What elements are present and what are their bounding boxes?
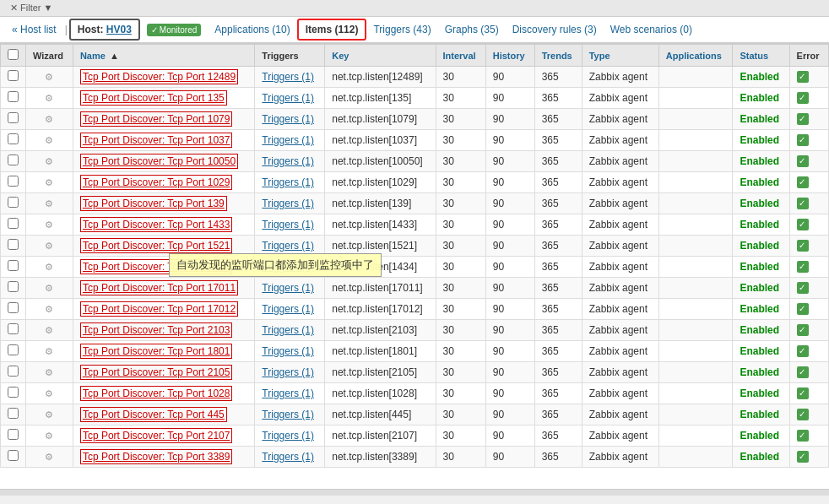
trigger-link[interactable]: Triggers (1) — [262, 366, 314, 378]
row-checkbox-cell[interactable] — [1, 299, 26, 320]
row-checkbox[interactable] — [8, 239, 19, 250]
select-all-checkbox[interactable] — [8, 49, 19, 60]
header-name-link[interactable]: Name ▲ — [80, 51, 119, 61]
row-checkbox[interactable] — [8, 281, 19, 292]
host-list-link[interactable]: « Host list — [5, 19, 63, 41]
row-checkbox-cell[interactable] — [1, 447, 26, 468]
trigger-link[interactable]: Triggers (1) — [262, 430, 314, 442]
trigger-link[interactable]: Triggers (1) — [262, 345, 314, 357]
trigger-link[interactable]: Triggers (1) — [262, 282, 314, 294]
item-name-link[interactable]: Tcp Port Discover: Tcp Port 1028 — [83, 387, 230, 399]
row-checkbox[interactable] — [8, 429, 19, 440]
item-name-link[interactable]: Tcp Port Discover: Tcp Port 3389 — [83, 451, 230, 463]
host-name-link[interactable]: HV03 — [106, 24, 132, 35]
item-name-link[interactable]: Tcp Port Discover: Tcp Port 445 — [83, 409, 225, 420]
row-checkbox-cell[interactable] — [1, 109, 26, 130]
trigger-link[interactable]: Triggers (1) — [262, 71, 314, 83]
trigger-link[interactable]: Triggers (1) — [262, 176, 314, 188]
row-checkbox-cell[interactable] — [1, 88, 26, 109]
trigger-link[interactable]: Triggers (1) — [262, 409, 314, 420]
row-checkbox[interactable] — [8, 197, 19, 208]
item-name-link[interactable]: Tcp Port Discover: Tcp Port 1521 — [83, 240, 230, 252]
triggers-link[interactable]: Triggers (43) — [366, 19, 437, 41]
row-checkbox[interactable] — [8, 408, 19, 419]
header-interval-link[interactable]: Interval — [443, 51, 476, 61]
row-checkbox[interactable] — [8, 366, 19, 377]
header-history-link[interactable]: History — [493, 51, 525, 61]
trigger-link[interactable]: Triggers (1) — [262, 240, 314, 252]
row-checkbox[interactable] — [8, 176, 19, 187]
trigger-link[interactable]: Triggers (1) — [262, 155, 314, 167]
item-name-link[interactable]: Tcp Port Discover: Tcp Port 2107 — [83, 430, 230, 442]
header-interval[interactable]: Interval — [436, 45, 485, 67]
row-checkbox-cell[interactable] — [1, 236, 26, 257]
row-checkbox-cell[interactable] — [1, 383, 26, 404]
header-trends[interactable]: Trends — [534, 45, 582, 67]
row-checkbox-cell[interactable] — [1, 320, 26, 341]
row-checkbox-cell[interactable] — [1, 341, 26, 362]
trigger-link[interactable]: Triggers (1) — [262, 451, 314, 463]
trigger-link[interactable]: Triggers (1) — [262, 303, 314, 315]
row-checkbox-cell[interactable] — [1, 67, 26, 88]
header-name[interactable]: Name ▲ — [73, 45, 254, 67]
row-checkbox[interactable] — [8, 154, 19, 165]
web-scenarios-link[interactable]: Web scenarios (0) — [604, 19, 699, 41]
row-checkbox-cell[interactable] — [1, 193, 26, 214]
item-name-link[interactable]: Tcp Port Discover: Tcp Port 17011 — [83, 282, 236, 294]
row-checkbox[interactable] — [8, 450, 19, 461]
trigger-link[interactable]: Triggers (1) — [262, 387, 314, 399]
row-checkbox-cell[interactable] — [1, 172, 26, 193]
row-checkbox[interactable] — [8, 387, 19, 398]
row-checkbox-cell[interactable] — [1, 362, 26, 383]
trigger-link[interactable]: Triggers (1) — [262, 324, 314, 336]
row-checkbox-cell[interactable] — [1, 130, 26, 151]
header-type-link[interactable]: Type — [589, 51, 610, 61]
item-name-link[interactable]: Tcp Port Discover: Tcp Port 2105 — [83, 366, 230, 378]
item-name-link[interactable]: Tcp Port Discover: Tcp Port 1801 — [83, 345, 230, 357]
graphs-link[interactable]: Graphs (35) — [438, 19, 506, 41]
filter-bar[interactable]: ✕ Filter ▼ — [0, 0, 829, 17]
trigger-link[interactable]: Triggers (1) — [262, 219, 314, 230]
header-trends-link[interactable]: Trends — [542, 51, 572, 61]
trigger-link[interactable]: Triggers (1) — [262, 113, 314, 125]
header-key-link[interactable]: Key — [332, 51, 349, 61]
discovery-rules-link[interactable]: Discovery rules (3) — [506, 19, 604, 41]
item-name-link[interactable]: Tcp Port Discover: Tcp Port 10050 — [83, 155, 236, 167]
row-checkbox-cell[interactable] — [1, 214, 26, 236]
item-name-link[interactable]: Tcp Port Discover: Tcp Port 1433 — [83, 219, 230, 230]
trigger-link[interactable]: Triggers (1) — [262, 198, 314, 209]
row-checkbox-cell[interactable] — [1, 404, 26, 425]
item-name-link[interactable]: Tcp Port Discover: Tcp Port 17012 — [83, 303, 236, 315]
applications-link[interactable]: Applications (10) — [208, 19, 296, 41]
row-checkbox-cell[interactable] — [1, 278, 26, 299]
row-checkbox[interactable] — [8, 112, 19, 123]
item-name-link[interactable]: Tcp Port Discover: Tcp Port 1029 — [83, 176, 230, 188]
row-checkbox-cell[interactable] — [1, 425, 26, 447]
row-checkbox[interactable] — [8, 91, 19, 102]
scroll-indicator[interactable] — [0, 489, 829, 496]
trigger-link[interactable]: Triggers (1) — [262, 134, 314, 146]
row-checkbox[interactable] — [8, 218, 19, 229]
item-name-link[interactable]: Tcp Port Discover: Tcp Port 135 — [83, 92, 225, 104]
header-history[interactable]: History — [485, 45, 534, 67]
monitored-link[interactable]: ✓ Monitored — [140, 19, 208, 41]
items-link[interactable]: Items (112) — [297, 19, 367, 41]
row-checkbox-cell[interactable] — [1, 257, 26, 278]
header-applications[interactable]: Applications — [658, 45, 733, 67]
header-type[interactable]: Type — [582, 45, 658, 67]
header-key[interactable]: Key — [325, 45, 436, 67]
row-checkbox[interactable] — [8, 302, 19, 313]
item-name-link[interactable]: Tcp Port Discover: Tcp Port 12489 — [83, 71, 236, 83]
item-name-link[interactable]: Tcp Port Discover: Tcp Port 1079 — [83, 113, 230, 125]
row-checkbox[interactable] — [8, 133, 19, 144]
row-checkbox[interactable] — [8, 70, 19, 81]
item-name-link[interactable]: Tcp Port Discover: Tcp Port 2103 — [83, 324, 230, 336]
row-checkbox[interactable] — [8, 344, 19, 355]
row-checkbox[interactable] — [8, 260, 19, 271]
header-applications-link[interactable]: Applications — [666, 51, 722, 61]
row-checkbox[interactable] — [8, 323, 19, 334]
item-name-link[interactable]: Tcp Port Discover: Tcp Port 1037 — [83, 134, 230, 146]
header-status[interactable]: Status — [733, 45, 789, 67]
item-name-link[interactable]: Tcp Port Discover: Tcp Port 139 — [83, 198, 225, 209]
trigger-link[interactable]: Triggers (1) — [262, 92, 314, 104]
